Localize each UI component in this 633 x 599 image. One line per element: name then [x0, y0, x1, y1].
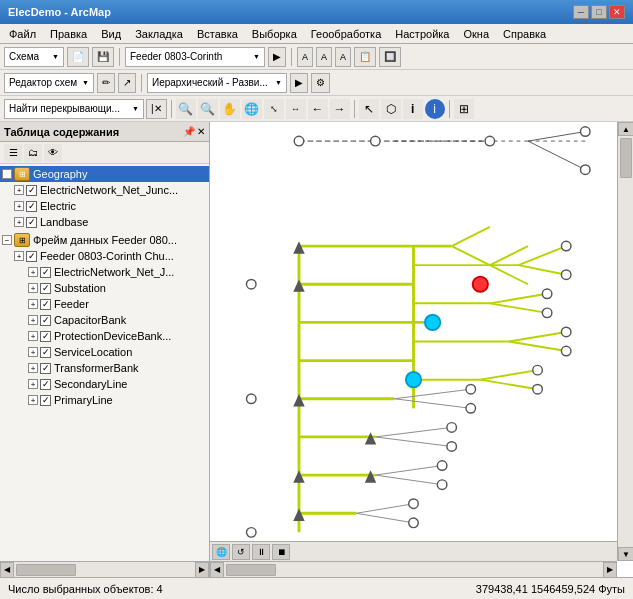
- zoom-out-icon[interactable]: 🔍: [198, 99, 218, 119]
- menu-geoprocess[interactable]: Геообработка: [306, 27, 387, 41]
- tb-icon3[interactable]: 📋: [354, 47, 376, 67]
- feeder-dropdown[interactable]: Feeder 0803-Corinth: [125, 47, 265, 67]
- expand-electric[interactable]: +: [14, 201, 24, 211]
- clear-select-icon[interactable]: ⬡: [381, 99, 401, 119]
- menu-file[interactable]: Файл: [4, 27, 41, 41]
- map-stop[interactable]: ⏹: [272, 544, 290, 560]
- cb-transformerbank[interactable]: [40, 363, 51, 374]
- toc-layer-electricnet-j[interactable]: + ElectricNetwork_Net_J...: [0, 264, 209, 280]
- expand-substation[interactable]: +: [28, 283, 38, 293]
- tb-a1[interactable]: A: [297, 47, 313, 67]
- tb-find-run[interactable]: |✕: [146, 99, 167, 119]
- expand-protectiondevice[interactable]: +: [28, 331, 38, 341]
- tb-a2[interactable]: A: [316, 47, 332, 67]
- expand-capacitorbank[interactable]: +: [28, 315, 38, 325]
- close-button[interactable]: ✕: [609, 5, 625, 19]
- expand-geography[interactable]: −: [2, 169, 12, 179]
- tb-icon4[interactable]: 🔲: [379, 47, 401, 67]
- info-icon[interactable]: i: [425, 99, 445, 119]
- toc-layer-secondaryline[interactable]: + SecondaryLine: [0, 376, 209, 392]
- tb-run[interactable]: ▶: [290, 73, 308, 93]
- toc-vis-icon[interactable]: 👁: [44, 144, 62, 162]
- scroll-left[interactable]: ◀: [210, 562, 224, 578]
- toc-layer-transformerbank[interactable]: + TransformerBank: [0, 360, 209, 376]
- cb-primaryline[interactable]: [40, 395, 51, 406]
- toc-layer-landbase[interactable]: + Landbase: [0, 214, 209, 230]
- tb-settings[interactable]: ⚙: [311, 73, 330, 93]
- globe-icon[interactable]: 🌐: [242, 99, 262, 119]
- expand-primaryline[interactable]: +: [28, 395, 38, 405]
- expand-feeder-frame[interactable]: −: [2, 235, 12, 245]
- toc-layer-substation[interactable]: + Substation: [0, 280, 209, 296]
- menu-insert[interactable]: Вставка: [192, 27, 243, 41]
- extent-icon[interactable]: ⤡: [264, 99, 284, 119]
- select-icon[interactable]: ↖: [359, 99, 379, 119]
- toc-scroll-thumb[interactable]: [16, 564, 76, 576]
- cb-substation[interactable]: [40, 283, 51, 294]
- cb-feeder-layer[interactable]: [40, 299, 51, 310]
- scroll-right[interactable]: ▶: [603, 562, 617, 578]
- map-zoom-world[interactable]: 🌐: [212, 544, 230, 560]
- tb-cursor[interactable]: ↗: [118, 73, 136, 93]
- expand-feeder0803[interactable]: +: [14, 251, 24, 261]
- cb-protectiondevice[interactable]: [40, 331, 51, 342]
- cb-electricnetwork-junc[interactable]: [26, 185, 37, 196]
- expand-electricnet-j[interactable]: +: [28, 267, 38, 277]
- scroll-up[interactable]: ▲: [618, 122, 633, 136]
- toc-frame-geography[interactable]: − ⊞ Geography: [0, 166, 209, 182]
- toc-layer-feeder0803[interactable]: + Feeder 0803-Corinth Chu...: [0, 248, 209, 264]
- schema-dropdown[interactable]: Схема: [4, 47, 64, 67]
- editor-dropdown[interactable]: Редактор схем: [4, 73, 94, 93]
- menu-windows[interactable]: Окна: [458, 27, 494, 41]
- toc-layer-protectiondevice[interactable]: + ProtectionDeviceBank...: [0, 328, 209, 344]
- expand-feeder-layer[interactable]: +: [28, 299, 38, 309]
- toc-pin-icon[interactable]: 📌: [183, 126, 195, 137]
- map-area[interactable]: 🌐 ↺ ⏸ ⏹ ▲ ▼ ◀ ▶: [210, 122, 633, 577]
- cb-secondaryline[interactable]: [40, 379, 51, 390]
- tb-icon2[interactable]: 💾: [92, 47, 114, 67]
- expand-servicelocation[interactable]: +: [28, 347, 38, 357]
- scroll-down[interactable]: ▼: [618, 547, 633, 561]
- cb-feeder0803[interactable]: [26, 251, 37, 262]
- menu-help[interactable]: Справка: [498, 27, 551, 41]
- tb-pencil[interactable]: ✏: [97, 73, 115, 93]
- back-icon[interactable]: ←: [308, 99, 328, 119]
- toc-layer-feeder[interactable]: + Feeder: [0, 296, 209, 312]
- toc-layer-capacitorbank[interactable]: + CapacitorBank: [0, 312, 209, 328]
- cb-electricnet-j[interactable]: [40, 267, 51, 278]
- expand-electricnetwork-junc[interactable]: +: [14, 185, 24, 195]
- menu-bookmark[interactable]: Закладка: [130, 27, 188, 41]
- toc-layer-servicelocation[interactable]: + ServiceLocation: [0, 344, 209, 360]
- toc-layer-electric[interactable]: + Electric: [0, 198, 209, 214]
- menu-view[interactable]: Вид: [96, 27, 126, 41]
- cb-capacitorbank[interactable]: [40, 315, 51, 326]
- toc-scroll-right[interactable]: ▶: [195, 562, 209, 578]
- expand-secondaryline[interactable]: +: [28, 379, 38, 389]
- expand-transformerbank[interactable]: +: [28, 363, 38, 373]
- map-pause[interactable]: ⏸: [252, 544, 270, 560]
- toc-frame-feeder[interactable]: − ⊞ Фрейм данных Feeder 080...: [0, 232, 209, 248]
- toc-close-icon[interactable]: ✕: [197, 126, 205, 137]
- identify-icon[interactable]: i: [403, 99, 423, 119]
- extra-icon[interactable]: ⊞: [454, 99, 474, 119]
- maximize-button[interactable]: □: [591, 5, 607, 19]
- toc-scroll-left[interactable]: ◀: [0, 562, 14, 578]
- tb-icon1[interactable]: 📄: [67, 47, 89, 67]
- toc-list-icon[interactable]: ☰: [4, 144, 22, 162]
- toc-layer-primaryline[interactable]: + PrimaryLine: [0, 392, 209, 408]
- menu-settings[interactable]: Настройка: [390, 27, 454, 41]
- menu-select[interactable]: Выборка: [247, 27, 302, 41]
- toc-layer-electricnetwork-junc[interactable]: + ElectricNetwork_Net_Junc...: [0, 182, 209, 198]
- cb-servicelocation[interactable]: [40, 347, 51, 358]
- pan-icon[interactable]: ✋: [220, 99, 240, 119]
- toc-scrollbar-h[interactable]: ◀ ▶: [0, 561, 209, 577]
- expand-landbase[interactable]: +: [14, 217, 24, 227]
- cb-electric[interactable]: [26, 201, 37, 212]
- tb-a3[interactable]: A: [335, 47, 351, 67]
- menu-edit[interactable]: Правка: [45, 27, 92, 41]
- forward-icon[interactable]: →: [330, 99, 350, 119]
- find-dropdown[interactable]: Найти перекрывающи...: [4, 99, 144, 119]
- scroll-thumb-v[interactable]: [620, 138, 632, 178]
- minimize-button[interactable]: ─: [573, 5, 589, 19]
- cb-landbase[interactable]: [26, 217, 37, 228]
